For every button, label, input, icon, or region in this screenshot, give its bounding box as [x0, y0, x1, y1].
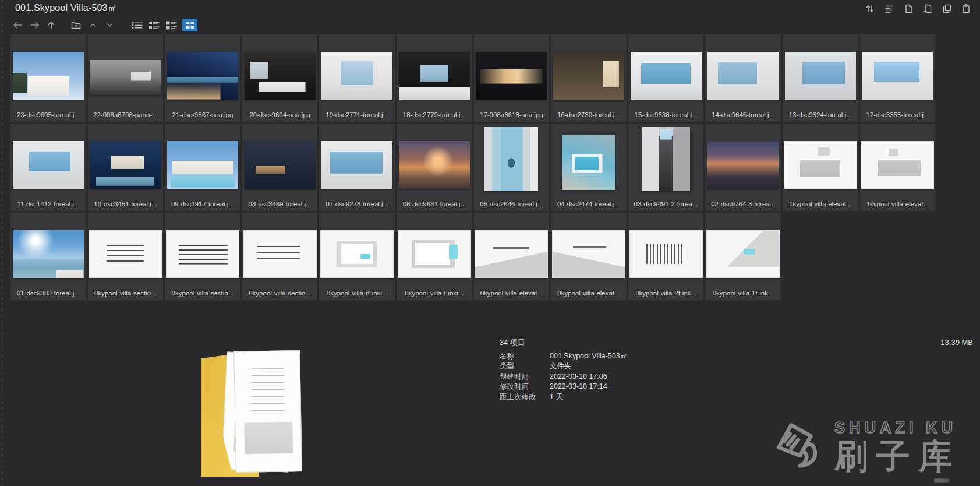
file-name: 12-dsc3355-toreal.j...: [862, 111, 934, 118]
paste-icon: [961, 4, 971, 13]
detail-value: 001.Skypool Villa-503㎡: [550, 351, 627, 361]
file-tile[interactable]: 0kypool-villa-f-inki...: [397, 213, 472, 300]
file-tile[interactable]: 0kypool-villa-2f-ink...: [628, 213, 704, 300]
thumbnail-view-button[interactable]: [182, 19, 197, 31]
detail-label: 创建时间: [500, 372, 550, 382]
file-tile[interactable]: 08-dsc3469-toreal.j...: [242, 124, 318, 211]
file-tile[interactable]: 0kypool-villa-rf-inki...: [319, 213, 395, 300]
file-tile[interactable]: 0kypool-villa-elevat...: [551, 213, 627, 300]
file-tile[interactable]: 16-dsc2730-toreal.j...: [551, 34, 627, 122]
file-name: 0kypool-villa-f-inki...: [398, 290, 470, 297]
file-tile[interactable]: 23-dsc9605-toreal.j...: [10, 34, 86, 122]
file-thumbnail: [245, 141, 316, 189]
file-tile[interactable]: 20-dsc-9604-soa.jpg: [242, 34, 318, 122]
file-thumbnail: [706, 230, 780, 278]
back-button[interactable]: [12, 19, 23, 31]
file-tile[interactable]: 01-dsc9383-toreal.j...: [10, 213, 86, 300]
file-name: 19-dsc2771-toreal.j...: [321, 111, 393, 118]
file-tile[interactable]: 15-dsc9538-toreal.j...: [628, 34, 704, 122]
file-tile[interactable]: 04-dsc2474-toreal.j...: [551, 124, 627, 211]
details-view-icon: [149, 21, 160, 30]
file-name: 1kypool-villa-elevat...: [862, 200, 934, 207]
file-thumbnail: [13, 141, 84, 189]
paste-button[interactable]: [960, 3, 972, 15]
file-tile[interactable]: 09-dsc1917-toreal.j...: [165, 124, 240, 211]
detail-label: 名称: [500, 351, 550, 361]
file-tile[interactable]: 12-dsc3355-toreal.j...: [860, 34, 936, 122]
file-tile[interactable]: 06-dsc9681-toreal.j...: [397, 124, 472, 211]
total-size: 13.39 MB: [940, 338, 973, 347]
file-tile[interactable]: 14-dsc9645-toreal.j...: [705, 34, 781, 122]
file-tile[interactable]: 22-008a8708-pano-...: [88, 34, 164, 122]
up-button[interactable]: [45, 19, 57, 31]
file-name: 11-dsc1412-toreal.j...: [12, 200, 84, 207]
file-name: 0kypool-villa-elevat...: [476, 290, 548, 297]
file-tile[interactable]: 02-dsc9764-3-torea...: [705, 124, 781, 211]
file-name: 01-dsc9383-toreal.j...: [12, 290, 84, 297]
file-tile[interactable]: 0kypool-villa-sectio...: [165, 213, 240, 300]
details-view-button[interactable]: [148, 19, 160, 31]
collapse-button[interactable]: [87, 19, 98, 31]
detail-label: 类型: [500, 361, 550, 371]
list-view-button[interactable]: [132, 19, 143, 31]
folder-preview-icon: [201, 350, 301, 477]
details-list: 名称 001.Skypool Villa-503㎡ 类型 文件夹 创建时间 20…: [500, 351, 627, 402]
list-view-icon: [132, 21, 143, 30]
file-tile[interactable]: 07-dsc9278-toreal.j...: [319, 124, 395, 211]
watermark-cjk: 刷子库: [834, 439, 960, 473]
import-file-button[interactable]: [922, 3, 933, 15]
file-tile[interactable]: 13-dsc9324-toreal.j...: [783, 34, 858, 122]
folder-up-button[interactable]: [70, 19, 82, 31]
sort-button[interactable]: [864, 3, 876, 15]
panel-splitter[interactable]: [2, 0, 3, 486]
sort-order-button[interactable]: [883, 3, 895, 15]
file-tile[interactable]: 0kypool-villa-sectio...: [242, 213, 318, 300]
file-tile[interactable]: 1kypool-villa-elevat...: [783, 124, 858, 211]
file-name: 09-dsc1917-toreal.j...: [167, 200, 239, 207]
file-thumbnail: [321, 52, 392, 100]
file-name: 08-dsc3469-toreal.j...: [244, 200, 316, 207]
file-thumbnail: [90, 60, 161, 95]
detail-label: 距上次修改: [500, 392, 550, 402]
detail-label: 修改时间: [500, 382, 550, 392]
file-tile[interactable]: 19-dsc2771-toreal.j...: [319, 34, 395, 122]
detail-row: 创建时间 2022-03-10 17:06: [500, 372, 627, 382]
file-tile[interactable]: 0kypool-villa-1f-ink...: [705, 213, 781, 300]
watermark-text: SHUAZI KU 刷子库: [834, 420, 960, 473]
watermark-latin: SHUAZI KU: [834, 420, 957, 436]
file-name: 06-dsc9681-toreal.j...: [398, 200, 470, 207]
copy-button[interactable]: [941, 3, 953, 15]
file-tile[interactable]: 03-dsc9491-2-torea...: [628, 124, 704, 211]
detail-value: 2022-03-10 17:06: [550, 372, 607, 382]
file-name: 0kypool-villa-sectio...: [90, 290, 162, 297]
file-name: 07-dsc9278-toreal.j...: [321, 200, 393, 207]
file-tile[interactable]: 21-dsc-9567-soa.jpg: [165, 34, 240, 122]
detail-value: 2022-03-10 17:14: [550, 382, 607, 392]
detail-value: 文件夹: [550, 361, 572, 371]
file-name: 04-dsc2474-toreal.j...: [553, 200, 625, 207]
file-name: 0kypool-villa-sectio...: [167, 290, 239, 297]
file-tile[interactable]: 18-dsc2779-toreal.j...: [397, 34, 472, 122]
file-thumbnail: [631, 52, 702, 100]
file-tile[interactable]: 05-dsc2646-toreal.j...: [474, 124, 550, 211]
file-tile[interactable]: 17-008a8618-soa.jpg: [474, 34, 550, 122]
file-name: 23-dsc9605-toreal.j...: [12, 111, 84, 118]
file-tile[interactable]: 0kypool-villa-sectio...: [88, 213, 164, 300]
detail-row: 距上次修改 1 天: [500, 392, 627, 402]
file-thumbnail: [552, 230, 625, 278]
file-tile[interactable]: 10-dsc3451-toreal.j...: [88, 124, 164, 211]
file-thumbnail: [785, 52, 856, 100]
file-tile[interactable]: 0kypool-villa-elevat...: [474, 213, 550, 300]
expand-button[interactable]: [104, 19, 115, 31]
forward-button[interactable]: [29, 19, 40, 31]
file-manager-window: 001.Skypool Villa-503㎡: [0, 0, 980, 486]
new-file-button[interactable]: [903, 3, 914, 15]
file-tile[interactable]: 11-dsc1412-toreal.j...: [10, 124, 86, 211]
file-name: 18-dsc2779-toreal.j...: [398, 111, 470, 118]
chevron-down-icon: [106, 22, 114, 28]
forward-icon: [30, 21, 40, 29]
content-view-button[interactable]: [165, 19, 177, 31]
file-tile[interactable]: 1kypool-villa-elevat...: [860, 124, 936, 211]
file-name: 03-dsc9491-2-torea...: [630, 200, 702, 207]
file-thumbnail: [89, 230, 162, 278]
